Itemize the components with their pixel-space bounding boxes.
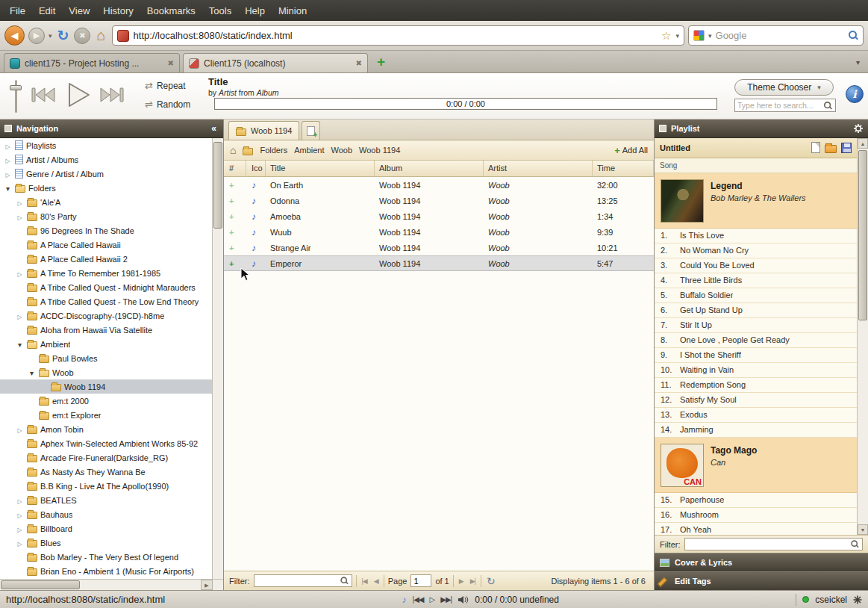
refresh-button[interactable]: ↻	[56, 27, 71, 44]
app-search-bar[interactable]	[734, 99, 836, 112]
tree-item[interactable]: Brian Eno - Ambient 1 (Music For Airport…	[0, 564, 223, 578]
track-row[interactable]: + ♪ Wuub Woob 1194 Woob 9:39	[224, 224, 654, 240]
browser-tab[interactable]: client175 - Project Hosting ... ✖	[4, 53, 180, 72]
tree-item[interactable]: A Tribe Called Quest - Midnight Marauder…	[0, 280, 223, 294]
playlist-filter-input[interactable]	[687, 540, 849, 549]
tree-expander-icon[interactable]	[4, 184, 12, 193]
tree-expander-icon[interactable]	[16, 198, 24, 207]
tree-expander-icon[interactable]	[16, 539, 24, 547]
history-dropdown-caret[interactable]: ▾	[49, 32, 52, 40]
menu-item[interactable]: Tools	[202, 1, 238, 20]
repeat-toggle[interactable]: ⇄ Repeat	[145, 80, 186, 91]
refresh-table-button[interactable]: ↻	[485, 575, 497, 587]
tree-item[interactable]: Folders	[0, 181, 223, 195]
playlist-settings-button[interactable]	[853, 123, 864, 134]
tree-item[interactable]: Playlists	[0, 138, 223, 152]
column-icon[interactable]: Ico	[246, 161, 266, 176]
bookmark-star-icon[interactable]: ☆	[661, 29, 671, 43]
column-number[interactable]: #	[224, 161, 246, 176]
playlist-track[interactable]: 1. Is This Love	[655, 229, 857, 243]
tree-item[interactable]: Artist / Albums	[0, 152, 223, 167]
playlist-track[interactable]: 11. Redemption Song	[655, 378, 857, 393]
status-settings-icon[interactable]	[853, 595, 862, 604]
scrollbar-thumb[interactable]	[858, 150, 867, 320]
playlist-track[interactable]: 2. No Woman No Cry	[655, 243, 857, 258]
scroll-right-arrow[interactable]: ▶	[201, 580, 213, 590]
track-row[interactable]: + ♪ On Earth Woob 1194 Woob 32:00	[224, 177, 654, 193]
column-title[interactable]: Title	[266, 161, 375, 176]
tree-item[interactable]: Genre / Artist / Album	[0, 167, 223, 181]
tab-close-icon[interactable]: ✖	[168, 59, 174, 67]
tree-expander-icon[interactable]	[16, 425, 24, 434]
previous-button[interactable]	[30, 85, 57, 107]
tree-expander-icon[interactable]	[4, 155, 12, 164]
stop-button[interactable]: ✖	[74, 28, 90, 44]
tree-item[interactable]: B.B King - Live At The Apollo(1990)	[0, 479, 223, 493]
tree-item[interactable]: 'Ale'A	[0, 195, 223, 209]
tree-item[interactable]: 96 Degrees In The Shade	[0, 223, 223, 238]
tree-item[interactable]: em:t Explorer	[0, 408, 223, 422]
scroll-down-arrow[interactable]: ▼	[858, 524, 868, 535]
status-next-icon[interactable]: ▶▶|	[440, 595, 452, 604]
tree-item[interactable]: Blues	[0, 536, 223, 550]
add-track-icon[interactable]: +	[224, 243, 246, 252]
add-track-icon[interactable]: +	[224, 228, 246, 237]
breadcrumb-item[interactable]: Woob 1194	[359, 146, 400, 155]
tree-expander-icon[interactable]	[4, 141, 12, 150]
scrollbar-thumb[interactable]	[213, 142, 222, 229]
breadcrumb-home-button[interactable]: ⌂	[230, 144, 236, 156]
url-bar[interactable]: http://localhost:8080/static/index.html …	[112, 25, 684, 46]
menu-item[interactable]: Minion	[272, 1, 313, 20]
column-album[interactable]: Album	[375, 161, 484, 176]
info-button[interactable]: i	[846, 85, 864, 103]
breadcrumb-item[interactable]: Woob	[331, 146, 353, 155]
first-page-button[interactable]: |◀	[360, 577, 369, 585]
playlist-track[interactable]: 6. Get Up Stand Up	[655, 303, 857, 318]
track-row[interactable]: + ♪ Odonna Woob 1194 Woob 13:25	[224, 193, 654, 208]
new-tab-button[interactable]: +	[371, 54, 391, 72]
forward-button[interactable]: ▶	[28, 28, 45, 44]
random-toggle[interactable]: ⇌ Random	[145, 99, 190, 110]
search-icon[interactable]	[849, 31, 858, 40]
add-track-icon[interactable]: +	[224, 181, 246, 190]
playlist-track[interactable]: 10. Waiting in Vain	[655, 363, 857, 378]
add-track-icon[interactable]: +	[224, 196, 246, 205]
track-row[interactable]: + ♪ Amoeba Woob 1194 Woob 1:34	[224, 208, 654, 224]
folder-tab[interactable]: Woob 1194	[228, 121, 299, 140]
playlist-track[interactable]: 15. Paperhouse	[655, 493, 857, 508]
next-button[interactable]	[99, 85, 125, 107]
tree-item[interactable]: A Tribe Called Quest - The Low End Theor…	[0, 294, 223, 308]
speaker-icon[interactable]	[458, 595, 469, 604]
add-track-icon[interactable]: +	[224, 259, 246, 268]
filter-search-icon[interactable]	[851, 540, 858, 547]
playlist-track[interactable]: 9. I Shot the Sheriff	[655, 348, 857, 363]
playlist-track[interactable]: 17. Oh Yeah	[655, 523, 857, 535]
browser-search-input[interactable]	[716, 30, 845, 41]
menu-item[interactable]: History	[96, 1, 140, 20]
add-track-icon[interactable]: +	[224, 212, 246, 221]
tree-item[interactable]: A Place Called Hawaii	[0, 238, 223, 252]
tree-item[interactable]: Ambient	[0, 337, 223, 351]
url-dropdown-caret[interactable]: ▾	[675, 32, 679, 40]
tree-expander-icon[interactable]	[16, 311, 24, 320]
tree-item[interactable]: Aloha from Hawaii Via Satellite	[0, 323, 223, 337]
track-row[interactable]: + ♪ Emperor Woob 1194 Woob 5:47	[224, 255, 654, 271]
prev-page-button[interactable]: ◀	[372, 577, 380, 585]
tree-item[interactable]: Bob Marley - The Very Best Of legend	[0, 550, 223, 564]
tree-item[interactable]: Billboard	[0, 521, 223, 536]
playlist-vertical-scrollbar[interactable]: ▲ ▼	[857, 138, 868, 535]
tree-expander-icon[interactable]	[4, 170, 12, 179]
tree-item[interactable]: Arcade Fire-Funeral(Darkside_RG)	[0, 450, 223, 465]
search-engine-caret[interactable]: ▾	[708, 32, 712, 40]
tree-item[interactable]: Woob 1194	[0, 379, 223, 394]
playlist-track[interactable]: 3. Could You Be Loved	[655, 258, 857, 273]
save-playlist-button[interactable]	[841, 143, 852, 153]
page-input[interactable]	[410, 574, 431, 587]
menu-item[interactable]: Help	[238, 1, 272, 20]
tab-overflow-caret[interactable]: ▾	[856, 58, 864, 72]
tab-close-icon[interactable]: ✖	[356, 59, 362, 67]
tree-expander-icon[interactable]	[16, 212, 24, 221]
breadcrumb-item[interactable]: Ambient	[294, 146, 324, 155]
status-play-icon[interactable]: ▷	[430, 595, 435, 604]
song-column-header[interactable]: Song	[655, 158, 857, 173]
